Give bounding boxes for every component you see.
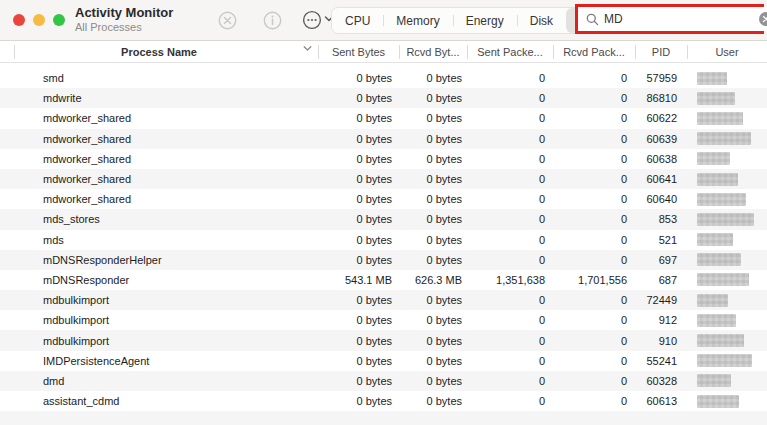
stop-process-button[interactable] [216, 9, 238, 31]
table-row[interactable]: mdworker_shared 0 bytes 0 bytes 0 0 6063… [0, 129, 767, 149]
redacted-user-value [697, 152, 730, 165]
table-row[interactable]: mDNSResponder 543.1 MB 626.3 MB 1,351,63… [0, 270, 767, 290]
sent-bytes-cell: 0 bytes [318, 92, 399, 104]
rcvd-bytes-cell: 0 bytes [399, 153, 467, 165]
sent-packets-cell: 0 [467, 234, 553, 246]
redacted-user-value [697, 395, 739, 408]
table-row[interactable]: assistant_cdmd 0 bytes 0 bytes 0 0 60613 [0, 391, 767, 411]
tab-memory[interactable]: Memory [383, 8, 452, 33]
redacted-user-value [697, 132, 751, 145]
sent-bytes-cell: 0 bytes [318, 375, 399, 387]
table-row[interactable]: smd 0 bytes 0 bytes 0 0 57959 [0, 68, 767, 88]
rcvd-bytes-cell: 0 bytes [399, 213, 467, 225]
table-row[interactable]: mdbulkimport 0 bytes 0 bytes 0 0 72449 [0, 290, 767, 310]
table-row[interactable]: mdworker_shared 0 bytes 0 bytes 0 0 6064… [0, 189, 767, 209]
table-row[interactable]: mds_stores 0 bytes 0 bytes 0 0 853 [0, 209, 767, 229]
rcvd-bytes-cell: 0 bytes [399, 335, 467, 347]
search-input[interactable] [604, 12, 759, 26]
redacted-user-value [697, 374, 731, 387]
user-cell [687, 173, 767, 186]
table-row[interactable]: dmd 0 bytes 0 bytes 0 0 60328 [0, 371, 767, 391]
column-header-pid[interactable]: PID [635, 41, 687, 62]
process-name-cell: mdbulkimport [0, 335, 318, 347]
rcvd-bytes-cell: 0 bytes [399, 254, 467, 266]
table-row[interactable]: mdbulkimport 0 bytes 0 bytes 0 0 910 [0, 330, 767, 350]
rcvd-packets-cell: 0 [553, 294, 635, 306]
rcvd-bytes-cell: 0 bytes [399, 112, 467, 124]
sent-packets-cell: 0 [467, 72, 553, 84]
table-row[interactable]: mdworker_shared 0 bytes 0 bytes 0 0 6064… [0, 169, 767, 189]
sent-bytes-cell: 0 bytes [318, 234, 399, 246]
process-name-cell: mdbulkimport [0, 294, 318, 306]
redacted-user-value [697, 193, 746, 206]
close-window-button[interactable] [13, 14, 25, 26]
activity-monitor-window: Activity Monitor All Processes [0, 0, 767, 425]
user-cell [687, 152, 767, 165]
sent-bytes-cell: 0 bytes [318, 355, 399, 367]
minimize-window-button[interactable] [33, 14, 45, 26]
sent-packets-cell: 0 [467, 375, 553, 387]
table-row[interactable]: mDNSResponderHelper 0 bytes 0 bytes 0 0 … [0, 250, 767, 270]
more-options-button[interactable] [301, 9, 323, 31]
column-header-user[interactable]: User [687, 41, 767, 62]
search-field[interactable] [578, 7, 767, 31]
user-cell [687, 72, 767, 85]
redacted-user-value [697, 72, 727, 85]
tab-cpu[interactable]: CPU [332, 8, 383, 33]
ellipsis-icon [302, 10, 322, 30]
redacted-user-value [697, 314, 736, 327]
sent-packets-cell: 0 [467, 173, 553, 185]
pid-cell: 60641 [635, 173, 687, 185]
rcvd-packets-cell: 0 [553, 72, 635, 84]
clear-search-button[interactable] [759, 12, 767, 26]
sent-packets-cell: 0 [467, 395, 553, 407]
user-cell [687, 334, 767, 347]
column-header-process-name[interactable]: Process Name [0, 41, 318, 62]
empty-row [0, 411, 767, 425]
sent-bytes-cell: 543.1 MB [318, 274, 399, 286]
redacted-user-value [697, 273, 749, 286]
rcvd-packets-cell: 0 [553, 355, 635, 367]
zoom-window-button[interactable] [53, 14, 65, 26]
user-cell [687, 92, 767, 105]
rcvd-packets-cell: 0 [553, 193, 635, 205]
table-row[interactable]: mds 0 bytes 0 bytes 0 0 521 [0, 230, 767, 250]
table-row[interactable]: IMDPersistenceAgent 0 bytes 0 bytes 0 0 … [0, 351, 767, 371]
table-row[interactable]: mdworker_shared 0 bytes 0 bytes 0 0 6062… [0, 108, 767, 128]
column-header-rcvd-packets[interactable]: Rcvd Pack... [553, 41, 635, 62]
redacted-user-value [697, 253, 741, 266]
table-row[interactable]: mdworker_shared 0 bytes 0 bytes 0 0 6063… [0, 149, 767, 169]
table-row[interactable]: mdbulkimport 0 bytes 0 bytes 0 0 912 [0, 310, 767, 330]
sent-bytes-cell: 0 bytes [318, 314, 399, 326]
rcvd-packets-cell: 0 [553, 234, 635, 246]
process-name-cell: IMDPersistenceAgent [0, 355, 318, 367]
pid-cell: 55241 [635, 355, 687, 367]
rcvd-packets-cell: 0 [553, 395, 635, 407]
rcvd-packets-cell: 0 [553, 153, 635, 165]
rcvd-packets-cell: 0 [553, 92, 635, 104]
process-name-cell: mdwrite [0, 92, 318, 104]
sent-bytes-cell: 0 bytes [318, 395, 399, 407]
sent-bytes-cell: 0 bytes [318, 112, 399, 124]
redacted-user-value [697, 92, 735, 105]
toolbar: Activity Monitor All Processes [0, 0, 767, 41]
process-name-cell: mdworker_shared [0, 153, 318, 165]
column-header-rcvd-bytes[interactable]: Rcvd Byt... [399, 41, 467, 62]
traffic-lights [13, 14, 65, 26]
inspect-process-button[interactable] [261, 9, 283, 31]
tab-disk[interactable]: Disk [517, 8, 566, 33]
column-header-sent-bytes[interactable]: Sent Bytes [318, 41, 399, 62]
table-row[interactable]: mdwrite 0 bytes 0 bytes 0 0 86810 [0, 88, 767, 108]
tab-energy[interactable]: Energy [453, 8, 517, 33]
sent-packets-cell: 0 [467, 153, 553, 165]
sent-packets-cell: 1,351,638 [467, 274, 553, 286]
column-header-sent-packets[interactable]: Sent Packe... [467, 41, 553, 62]
sent-bytes-cell: 0 bytes [318, 213, 399, 225]
pid-cell: 912 [635, 314, 687, 326]
process-name-cell: mds_stores [0, 213, 318, 225]
pid-cell: 60613 [635, 395, 687, 407]
user-cell [687, 253, 767, 266]
rcvd-bytes-cell: 0 bytes [399, 193, 467, 205]
rcvd-packets-cell: 0 [553, 173, 635, 185]
pid-cell: 687 [635, 274, 687, 286]
